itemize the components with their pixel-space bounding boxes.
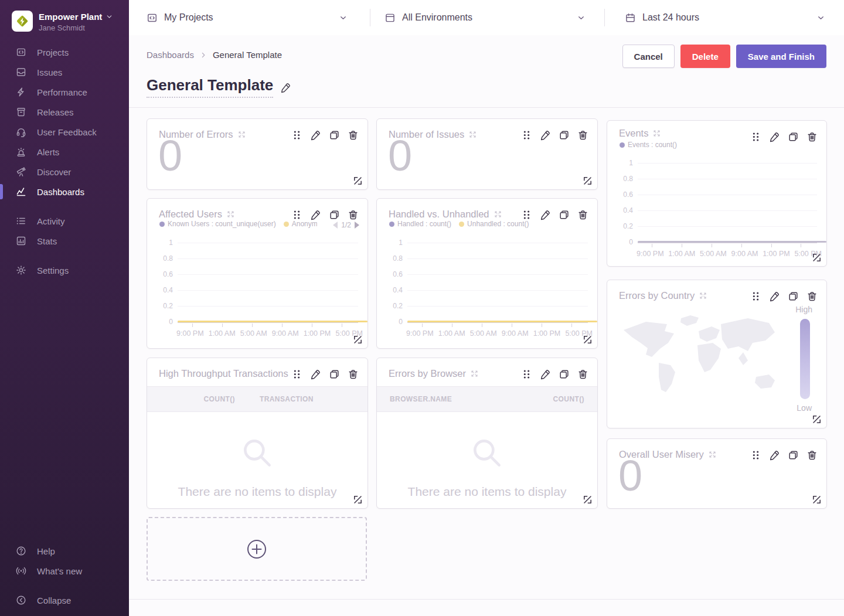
org-switcher[interactable]: Empower Plant Jane Schmidt <box>12 11 113 32</box>
drag-handle[interactable] <box>521 369 532 380</box>
save-and-finish-button[interactable]: Save and Finish <box>736 45 826 68</box>
sidebar-item-user-feedback[interactable]: User Feedback <box>0 122 129 142</box>
delete-widget-button[interactable] <box>577 369 588 380</box>
delete-widget-button[interactable] <box>806 450 818 461</box>
widget-controls <box>521 209 588 220</box>
delete-widget-button[interactable] <box>806 131 818 142</box>
time-range-chevron[interactable] <box>816 13 825 22</box>
edit-widget-button[interactable] <box>310 130 321 141</box>
delete-widget-button[interactable] <box>577 209 588 220</box>
sidebar-item-issues[interactable]: Issues <box>0 62 129 82</box>
drag-handle[interactable] <box>291 130 302 141</box>
edit-widget-button[interactable] <box>540 209 551 220</box>
x-axis-labels: 9:00 PM1:00 AM5:00 AM9:00 AM1:00 PM5:00 … <box>637 250 822 258</box>
sidebar-item-projects[interactable]: Projects <box>0 42 129 62</box>
project-filter[interactable]: My Projects <box>147 0 213 35</box>
edit-widget-button[interactable] <box>769 450 780 461</box>
resize-handle[interactable] <box>582 175 593 186</box>
sidebar-item-label: Issues <box>37 67 62 77</box>
sidebar-item-label: Discover <box>37 167 71 177</box>
drag-handle[interactable] <box>521 209 532 220</box>
duplicate-widget-button[interactable] <box>329 209 340 220</box>
breadcrumb-dashboards-link[interactable]: Dashboards <box>147 50 194 60</box>
cancel-button[interactable]: Cancel <box>622 45 675 68</box>
expand-widget-button[interactable] <box>471 370 478 377</box>
delete-button[interactable]: Delete <box>680 45 730 68</box>
edit-widget-button[interactable] <box>310 209 321 220</box>
sidebar-item-performance[interactable]: Performance <box>0 82 129 102</box>
sidebar-item-discover[interactable]: Discover <box>0 162 129 182</box>
edit-widget-button[interactable] <box>540 369 551 380</box>
expand-widget-button[interactable] <box>699 292 707 300</box>
delete-widget-button[interactable] <box>348 209 359 220</box>
resize-handle[interactable] <box>352 334 363 345</box>
resize-handle[interactable] <box>352 175 363 186</box>
duplicate-widget-button[interactable] <box>329 130 340 141</box>
environment-filter[interactable]: All Environments <box>384 0 472 35</box>
drag-dots-icon <box>291 130 302 141</box>
next-page-arrow-icon[interactable] <box>355 222 359 229</box>
issues-icon <box>16 67 26 77</box>
resize-handle[interactable] <box>582 334 593 345</box>
divider <box>370 9 370 26</box>
resize-handle[interactable] <box>582 494 593 505</box>
sidebar-item-settings[interactable]: Settings <box>0 260 129 280</box>
environment-filter-chevron[interactable] <box>577 13 586 22</box>
sidebar-item-activity[interactable]: Activity <box>0 211 129 231</box>
edit-widget-button[interactable] <box>769 291 780 302</box>
expand-widget-button[interactable] <box>653 130 661 137</box>
project-filter-chevron[interactable] <box>339 13 348 22</box>
sidebar-collapse-button[interactable]: Collapse <box>0 590 129 610</box>
copy-icon <box>329 209 340 220</box>
expand-widget-button[interactable] <box>469 131 477 138</box>
sidebar-item-releases[interactable]: Releases <box>0 102 129 122</box>
prev-page-arrow-icon[interactable] <box>333 222 338 229</box>
delete-widget-button[interactable] <box>806 291 818 302</box>
copy-icon <box>788 291 799 302</box>
sidebar-item-label: Performance <box>37 87 87 97</box>
resize-handle[interactable] <box>811 414 822 425</box>
resize-handle[interactable] <box>811 494 822 505</box>
expand-widget-button[interactable] <box>238 131 246 138</box>
duplicate-widget-button[interactable] <box>329 369 340 380</box>
sidebar-item-whats-new[interactable]: What's new <box>0 561 129 581</box>
delete-widget-button[interactable] <box>348 130 359 141</box>
duplicate-widget-button[interactable] <box>559 209 570 220</box>
duplicate-widget-button[interactable] <box>788 291 799 302</box>
gridline <box>638 195 817 195</box>
edit-title-button[interactable] <box>280 82 291 93</box>
drag-handle[interactable] <box>521 130 532 141</box>
sidebar-item-dashboards[interactable]: Dashboards <box>0 182 129 202</box>
widget-controls <box>291 209 359 220</box>
sidebar-item-stats[interactable]: Stats <box>0 231 129 251</box>
duplicate-widget-button[interactable] <box>559 130 570 141</box>
time-range-filter[interactable]: Last 24 hours <box>625 0 699 35</box>
drag-handle[interactable] <box>750 291 761 302</box>
sidebar-item-alerts[interactable]: Alerts <box>0 142 129 162</box>
duplicate-widget-button[interactable] <box>788 131 799 142</box>
drag-handle[interactable] <box>291 369 302 380</box>
trash-icon <box>577 130 588 141</box>
resize-handle[interactable] <box>352 494 363 505</box>
expand-icon <box>238 131 246 138</box>
add-widget-button[interactable] <box>147 517 367 581</box>
edit-widget-button[interactable] <box>310 369 321 380</box>
drag-handle[interactable] <box>291 209 302 220</box>
pencil-icon <box>540 209 551 220</box>
expand-widget-button[interactable] <box>227 210 234 218</box>
big-number-value: 0 <box>158 134 182 178</box>
drag-handle[interactable] <box>750 450 761 461</box>
collapse-icon <box>16 595 26 605</box>
trash-icon <box>577 209 588 220</box>
resize-handle[interactable] <box>811 252 822 263</box>
duplicate-widget-button[interactable] <box>788 450 799 461</box>
duplicate-widget-button[interactable] <box>559 369 570 380</box>
sidebar-item-help[interactable]: Help <box>0 541 129 561</box>
edit-widget-button[interactable] <box>540 130 551 141</box>
expand-widget-button[interactable] <box>709 451 716 458</box>
gridline <box>178 290 358 291</box>
y-tick-label: 0.8 <box>607 175 633 183</box>
delete-widget-button[interactable] <box>577 130 588 141</box>
delete-widget-button[interactable] <box>348 369 359 380</box>
expand-widget-button[interactable] <box>494 210 502 218</box>
